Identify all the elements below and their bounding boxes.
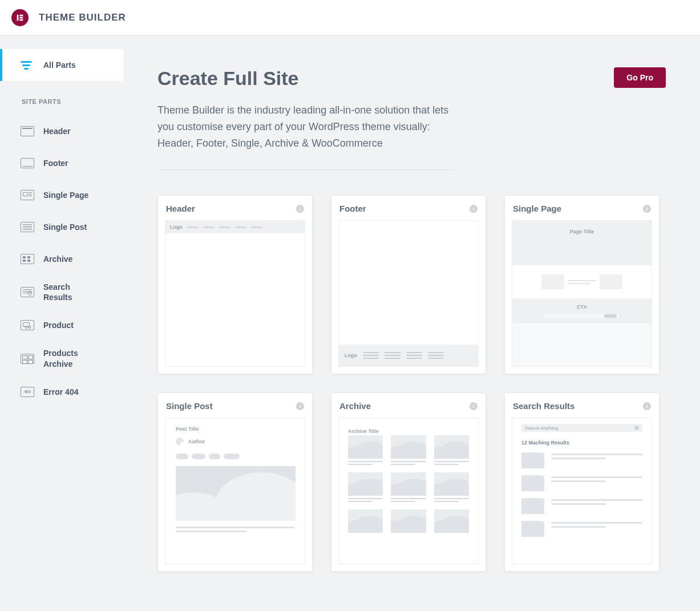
- card-title: Search Results: [513, 401, 574, 411]
- info-icon[interactable]: i: [470, 402, 478, 410]
- sidebar-item-search-results[interactable]: Search Results: [0, 275, 123, 309]
- svg-rect-1: [19, 14, 23, 16]
- cards-grid: Header i Logo Footer i: [157, 195, 666, 572]
- svg-rect-2: [19, 17, 23, 18]
- post-icon: [21, 221, 37, 233]
- card-title: Header: [166, 204, 195, 213]
- preview-post-title: Post Title: [176, 426, 294, 432]
- card-footer[interactable]: Footer i Logo: [331, 195, 486, 374]
- card-title: Single Page: [513, 204, 561, 213]
- sidebar-item-products-archive[interactable]: Products Archive: [0, 341, 123, 375]
- preview-results-count: 12 Maching Results: [521, 440, 642, 446]
- card-archive[interactable]: Archive i Archive Title: [331, 393, 486, 572]
- elementor-logo: [11, 9, 29, 26]
- sidebar-item-label: Header: [43, 126, 70, 136]
- sidebar-item-label: Product: [43, 320, 74, 330]
- single-page-preview: Page Title CTA: [512, 220, 652, 367]
- sidebar-item-label: Single Page: [43, 190, 88, 200]
- page-heading: Create Full Site: [157, 67, 299, 90]
- info-icon[interactable]: i: [643, 402, 651, 410]
- sidebar-item-label: Products Archive: [43, 348, 100, 369]
- card-title: Footer: [339, 204, 366, 213]
- sidebar-item-label: Archive: [43, 254, 72, 264]
- sidebar-item-footer[interactable]: Footer: [0, 147, 123, 179]
- products-icon: [21, 353, 37, 365]
- preview-author: Author: [188, 439, 205, 444]
- sidebar: All Parts SITE PARTS Header Footer Singl…: [0, 35, 123, 611]
- info-icon[interactable]: i: [296, 402, 304, 410]
- footer-preview: Logo: [338, 220, 479, 367]
- sidebar-item-label: Search Results: [43, 282, 100, 302]
- info-icon[interactable]: i: [643, 205, 651, 213]
- sidebar-item-label: Error 404: [43, 387, 78, 397]
- preview-logo-text: Logo: [170, 224, 183, 230]
- product-icon: [21, 319, 37, 331]
- sidebar-item-single-page[interactable]: Single Page: [0, 179, 123, 211]
- topbar: THEME BUILDER: [0, 0, 700, 35]
- elementor-icon: [15, 13, 25, 22]
- sidebar-item-product[interactable]: Product: [0, 309, 123, 341]
- card-title: Archive: [339, 401, 371, 411]
- sidebar-item-single-post[interactable]: Single Post: [0, 211, 123, 243]
- card-single-post[interactable]: Single Post i Post Title Author: [157, 393, 313, 572]
- card-search-results[interactable]: Search Results i Search Anything 12 Mach…: [504, 393, 659, 572]
- preview-search-placeholder: Search Anything: [525, 426, 558, 431]
- error-404-icon: 404: [21, 386, 37, 398]
- info-icon[interactable]: i: [470, 205, 478, 213]
- sidebar-item-label: Single Post: [43, 222, 87, 232]
- preview-archive-title: Archive Title: [348, 428, 379, 434]
- svg-rect-0: [17, 14, 19, 21]
- app-title: THEME BUILDER: [39, 12, 126, 23]
- go-pro-button[interactable]: Go Pro: [614, 67, 666, 88]
- footer-icon: [21, 157, 37, 169]
- page-icon: [21, 189, 37, 201]
- sidebar-item-label: Footer: [43, 158, 68, 168]
- preview-logo-text: Logo: [345, 353, 357, 358]
- card-single-page[interactable]: Single Page i Page Title: [504, 195, 659, 374]
- search-results-preview: Search Anything 12 Maching Results: [512, 418, 652, 564]
- filter-icon: [21, 59, 37, 71]
- card-header[interactable]: Header i Logo: [157, 195, 313, 374]
- close-icon: [634, 426, 639, 430]
- avatar-icon: [176, 438, 184, 446]
- preview-page-title: Page Title: [570, 229, 594, 234]
- svg-rect-3: [19, 19, 23, 21]
- sidebar-item-archive[interactable]: Archive: [0, 243, 123, 275]
- header-icon: [21, 125, 37, 137]
- info-icon[interactable]: i: [296, 205, 304, 213]
- intro-text: Theme Builder is the industry leading al…: [157, 102, 454, 170]
- main-content: Create Full Site Go Pro Theme Builder is…: [123, 35, 700, 611]
- card-title: Single Post: [166, 401, 213, 411]
- archive-icon: [21, 253, 37, 265]
- sidebar-item-error-404[interactable]: 404 Error 404: [0, 376, 123, 408]
- archive-preview: Archive Title: [338, 418, 479, 564]
- search-icon: [21, 286, 37, 298]
- sidebar-item-all-parts[interactable]: All Parts: [0, 49, 123, 81]
- sidebar-item-label: All Parts: [43, 60, 76, 70]
- sidebar-section-label: SITE PARTS: [0, 81, 123, 115]
- preview-cta-text: CTA: [577, 304, 587, 310]
- header-preview: Logo: [165, 220, 305, 367]
- single-post-preview: Post Title Author: [165, 418, 305, 564]
- sidebar-item-header[interactable]: Header: [0, 115, 123, 147]
